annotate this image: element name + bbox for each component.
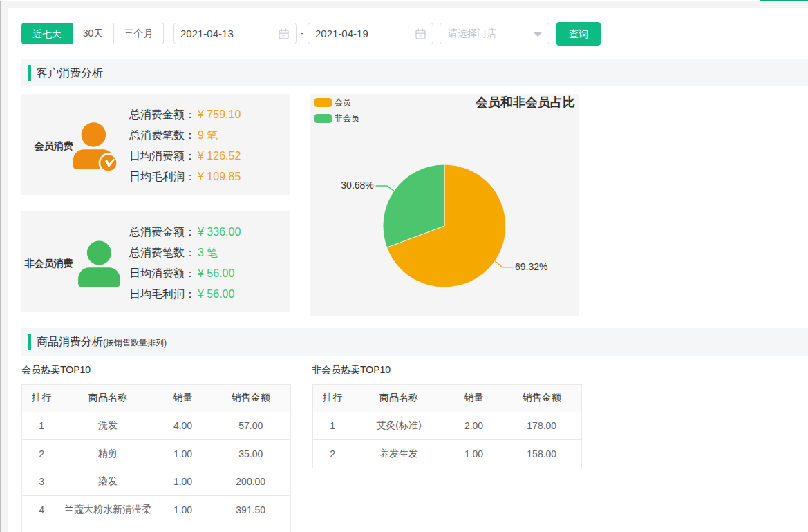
svg-text:69.32%: 69.32%	[515, 261, 547, 272]
svg-text:30.68%: 30.68%	[341, 180, 373, 191]
